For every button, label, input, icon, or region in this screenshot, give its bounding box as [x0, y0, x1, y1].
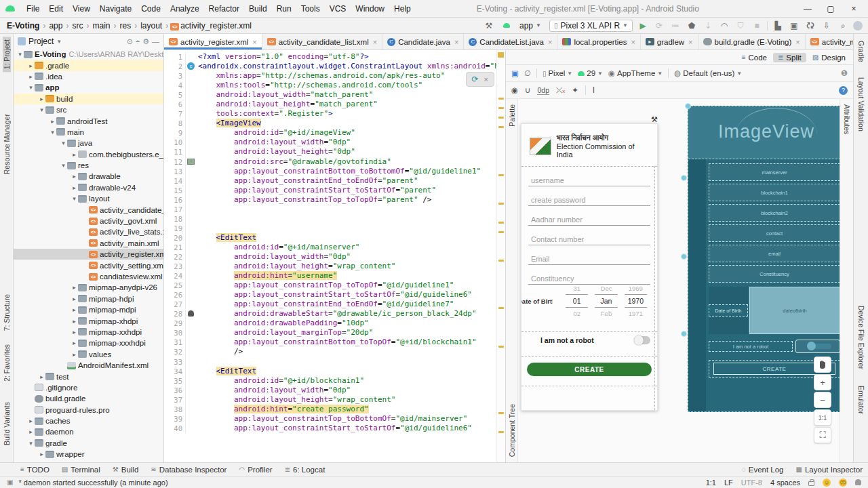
tool-strip-2-favorites[interactable]: 2: Favorites	[3, 342, 11, 384]
code-line[interactable]: 39 app:layout_constraintTop_toBottomOf="…	[164, 414, 496, 424]
stop-button[interactable]: ■	[751, 21, 763, 30]
tool-strip-layout-validation[interactable]: Layout Validation	[857, 75, 865, 134]
code-editor-pane[interactable]: 1<?xml version="1.0" encoding="utf-8"?>2…	[164, 50, 506, 462]
blueprint-box-blockchain2[interactable]: blockchain2	[709, 204, 840, 222]
device-manager-icon[interactable]: ▙	[772, 21, 784, 30]
code-line[interactable]: 25 app:layout_constraintTop_toTopOf="@id…	[164, 281, 496, 290]
attributes-tab[interactable]: Attributes	[843, 102, 851, 137]
constraint-anchor-dot[interactable]	[681, 253, 687, 260]
avd-manager-icon[interactable]: ▣	[788, 21, 800, 30]
code-line[interactable]: 18	[164, 214, 496, 224]
chevron-icon[interactable]	[81, 240, 89, 247]
chevron-icon[interactable]: ▾	[16, 51, 24, 58]
breadcrumb-item-main[interactable]: main	[91, 21, 111, 30]
profiler-icon[interactable]: ◠	[718, 21, 730, 30]
tool-strip-emulator[interactable]: Emulator	[857, 383, 865, 417]
tool-button-todo[interactable]: ≡TODO	[20, 466, 50, 474]
lock-icon[interactable]	[808, 481, 814, 486]
menu-navigate[interactable]: Navigate	[95, 4, 136, 14]
eci-header[interactable]: भारत निर्वाचन आयोग Election Commission o…	[521, 124, 657, 163]
locate-file-icon[interactable]: ⊙	[127, 37, 133, 46]
code-line[interactable]: 17	[164, 205, 496, 214]
chevron-icon[interactable]	[81, 228, 89, 235]
tab-gradlew[interactable]: gradlew×	[641, 34, 698, 49]
tree-item-drawable[interactable]: ▸drawable	[14, 171, 163, 182]
code-line[interactable]: 3 xmlns:app="http://schemas.android.com/…	[164, 71, 496, 81]
constraint-anchor-dot[interactable]	[681, 331, 687, 337]
line-separator[interactable]: LF	[724, 479, 733, 487]
blueprint-dob-section[interactable]: Date of Birth dateofbirth	[709, 287, 840, 334]
device-dropdown[interactable]: ▯ Pixel 3 XL API R ▼	[549, 20, 633, 32]
tree-item-mipmap-anydpi-v26[interactable]: ▸mipmap-anydpi-v26	[14, 282, 163, 293]
tree-item-activity-main-xml[interactable]: activity_main.xml	[14, 238, 163, 249]
menu-run[interactable]: Run	[272, 4, 296, 14]
code-editor[interactable]: 1<?xml version="1.0" encoding="utf-8"?>2…	[164, 50, 496, 462]
breadcrumb-item-layout[interactable]: layout	[139, 21, 163, 30]
tool-button-terminal[interactable]: ▤Terminal	[62, 466, 100, 474]
tool-strip-resource-manager[interactable]: Resource Manager	[3, 111, 11, 177]
tree-item-idea[interactable]: ▸.idea	[14, 71, 163, 82]
profile-avatar[interactable]	[853, 21, 863, 30]
code-line[interactable]: 2c<androidx.constraintlayout.widget.Cons…	[164, 62, 496, 71]
tree-item-mipmap-xhdpi[interactable]: ▸mipmap-xhdpi	[14, 315, 163, 326]
code-line[interactable]: 37 android:layout_height="wrap_content"	[164, 395, 496, 405]
chevron-icon[interactable]: ▸	[71, 340, 78, 346]
tree-item-java[interactable]: ▾java	[14, 138, 163, 148]
minimize-button[interactable]: —	[797, 4, 818, 14]
code-line[interactable]: 31 app:layout_constraintBottom_toTopOf="…	[164, 338, 496, 347]
chevron-icon[interactable]: ▸	[27, 428, 35, 435]
close-icon[interactable]: ×	[484, 75, 488, 83]
tab-candidate-java[interactable]: Candidate.java×	[382, 34, 464, 49]
close-button[interactable]: ×	[844, 4, 864, 14]
breadcrumb-item-src[interactable]: src	[71, 21, 84, 30]
code-line[interactable]: 32 />	[164, 347, 496, 357]
code-line[interactable]: 9 android:id="@+id/imageView"	[164, 128, 496, 138]
code-line[interactable]: 15 app:layout_constraintStart_toStartOf=…	[164, 186, 496, 195]
tree-item-gitignore[interactable]: .gitignore	[14, 382, 163, 393]
notification-bell-icon[interactable]	[855, 479, 861, 485]
chevron-icon[interactable]: ▸	[71, 184, 78, 191]
date-spinner[interactable]: 31Dec196901Jan197002Feb1971	[562, 284, 650, 318]
chevron-icon[interactable]: ▾	[27, 84, 35, 91]
menu-view[interactable]: View	[68, 4, 95, 14]
mode-code-button[interactable]: ≡Code	[737, 53, 772, 62]
tool-button-layout-inspector[interactable]: ▦Layout Inspector	[796, 466, 863, 474]
code-line[interactable]: 14 app:layout_constraintEnd_toEndOf="par…	[164, 176, 496, 186]
code-line[interactable]: 5 android:layout_width="match_parent"	[164, 90, 496, 100]
tree-item-activity-candidate-list[interactable]: activity_candidate_list.	[14, 204, 163, 215]
chevron-icon[interactable]: ▸	[38, 451, 45, 458]
autoconnect-magnet-icon[interactable]: ∪	[525, 85, 530, 95]
chevron-icon[interactable]	[81, 251, 89, 258]
date-spinner-cell[interactable]: 01	[566, 294, 588, 308]
project-panel-title[interactable]: Project	[28, 37, 54, 46]
menu-window[interactable]: Window	[351, 4, 389, 14]
tree-item-caches[interactable]: ▸caches	[14, 415, 163, 426]
chevron-icon[interactable]: ▾	[27, 440, 35, 447]
design-surface-icon[interactable]: ▣	[511, 68, 519, 78]
code-line[interactable]: 6 android:layout_height="match_parent"	[164, 100, 496, 109]
constraint-anchor-dot[interactable]	[681, 175, 687, 181]
chevron-icon[interactable]: ▸	[71, 296, 78, 302]
code-line[interactable]: 20 <EditText	[164, 233, 496, 243]
chevron-icon[interactable]: ▸	[71, 329, 78, 336]
tree-item-mipmap-xxhdpi[interactable]: ▸mipmap-xxhdpi	[14, 327, 163, 338]
settings-gear-icon[interactable]: ⚙	[142, 37, 149, 46]
tree-item-drawable-v24[interactable]: ▸drawable-v24	[14, 182, 163, 193]
code-line[interactable]: 21 android:id="@+id/mainserver"	[164, 243, 496, 252]
apply-changes-icon[interactable]: ≔	[669, 21, 682, 30]
chevron-icon[interactable]: ▾	[71, 195, 78, 202]
chevron-icon[interactable]	[81, 262, 89, 269]
zoom-out-button[interactable]: −	[814, 392, 831, 408]
tree-item-src[interactable]: ▾src	[14, 104, 163, 115]
tree-item-gradle[interactable]: ▾gradle	[14, 438, 163, 449]
create-button[interactable]: CREATE	[527, 363, 652, 376]
code-line[interactable]: 24 android:hint="username"	[164, 271, 496, 281]
code-line[interactable]: 22 android:layout_width="0dp"	[164, 252, 496, 262]
input-field-email[interactable]: Email	[528, 247, 650, 267]
menu-refactor[interactable]: Refactor	[204, 4, 244, 14]
code-line[interactable]: 12 android:src="@drawable/govtofindia"	[164, 157, 496, 167]
file-encoding[interactable]: UTF-8	[741, 479, 762, 487]
close-icon[interactable]: ×	[454, 38, 458, 46]
tree-item-mipmap-mdpi[interactable]: ▸mipmap-mdpi	[14, 304, 163, 315]
code-line[interactable]: 16 app:layout_constraintTop_toTopOf="par…	[164, 195, 496, 205]
